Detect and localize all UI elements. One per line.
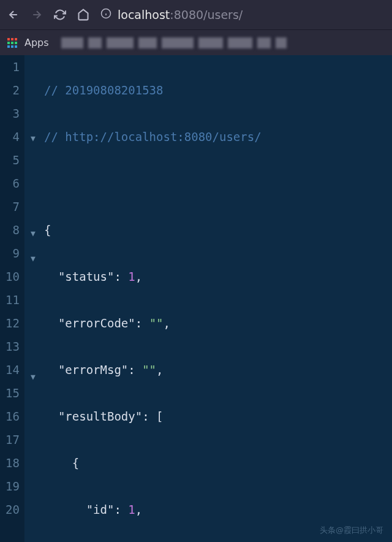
- comment-line: // 20190808201538: [44, 83, 163, 97]
- code-content: // 20190808201538 // http://localhost:80…: [42, 55, 392, 542]
- fold-caret-icon[interactable]: ▼: [31, 365, 36, 389]
- line-number: 5: [0, 148, 20, 172]
- browser-nav-bar: localhost:8080/users/: [0, 0, 392, 29]
- json-viewer: 1 2 3 4 5 6 7 8 9 10 11 12 13 14 15 16 1…: [0, 55, 392, 542]
- info-icon[interactable]: [100, 8, 111, 21]
- json-value: "": [142, 363, 156, 376]
- forward-icon[interactable]: [31, 9, 43, 21]
- line-number: 15: [0, 381, 20, 405]
- line-number: 8: [0, 218, 20, 242]
- fold-caret-icon[interactable]: ▼: [31, 247, 36, 270]
- line-number: 2: [0, 78, 20, 102]
- url-host: localhost: [118, 8, 170, 21]
- comment-line: // http://localhost:8080/users/: [44, 130, 262, 143]
- json-key: "errorCode": [58, 316, 135, 330]
- back-icon[interactable]: [7, 9, 20, 21]
- line-number: 10: [0, 265, 20, 288]
- url-bar[interactable]: localhost:8080/users/: [100, 8, 385, 21]
- watermark-text: 头条@霞曰拱小哥: [320, 525, 383, 536]
- brace: {: [44, 223, 51, 237]
- json-key: "id": [86, 503, 115, 516]
- url-text: localhost:8080/users/: [118, 8, 243, 21]
- line-number: 9: [0, 242, 20, 265]
- home-icon[interactable]: [77, 9, 89, 21]
- fold-column: ▼ ▼ ▼ ▼: [24, 55, 42, 542]
- fold-caret-icon[interactable]: ▼: [31, 127, 36, 150]
- line-number: 13: [0, 335, 20, 358]
- line-number: 14: [0, 358, 20, 381]
- line-number: 16: [0, 405, 20, 428]
- line-number: 6: [0, 172, 20, 195]
- line-number: 12: [0, 311, 20, 335]
- url-port: :8080: [170, 8, 203, 21]
- line-number: 3: [0, 102, 20, 125]
- json-key: "resultBody": [58, 410, 142, 423]
- bookmarks-bar: Apps: [0, 29, 392, 55]
- json-value: 1: [128, 270, 135, 283]
- apps-label[interactable]: Apps: [24, 37, 49, 48]
- json-key: "status": [58, 270, 115, 283]
- line-number-gutter: 1 2 3 4 5 6 7 8 9 10 11 12 13 14 15 16 1…: [0, 55, 24, 542]
- line-number: 17: [0, 428, 20, 451]
- url-path: /users/: [203, 8, 243, 21]
- line-number: 1: [0, 55, 20, 78]
- line-number: 19: [0, 475, 20, 498]
- json-value: 1: [128, 503, 135, 516]
- fold-caret-icon[interactable]: ▼: [31, 222, 36, 245]
- line-number: 4: [0, 125, 20, 148]
- apps-icon[interactable]: [7, 38, 17, 48]
- line-number: 20: [0, 498, 20, 521]
- line-number: 11: [0, 288, 20, 311]
- line-number: 18: [0, 451, 20, 475]
- reload-icon[interactable]: [54, 9, 66, 21]
- json-value: "": [149, 316, 164, 330]
- line-number: 7: [0, 195, 20, 218]
- json-key: "errorMsg": [58, 363, 128, 376]
- bookmark-items-blurred: [61, 37, 287, 48]
